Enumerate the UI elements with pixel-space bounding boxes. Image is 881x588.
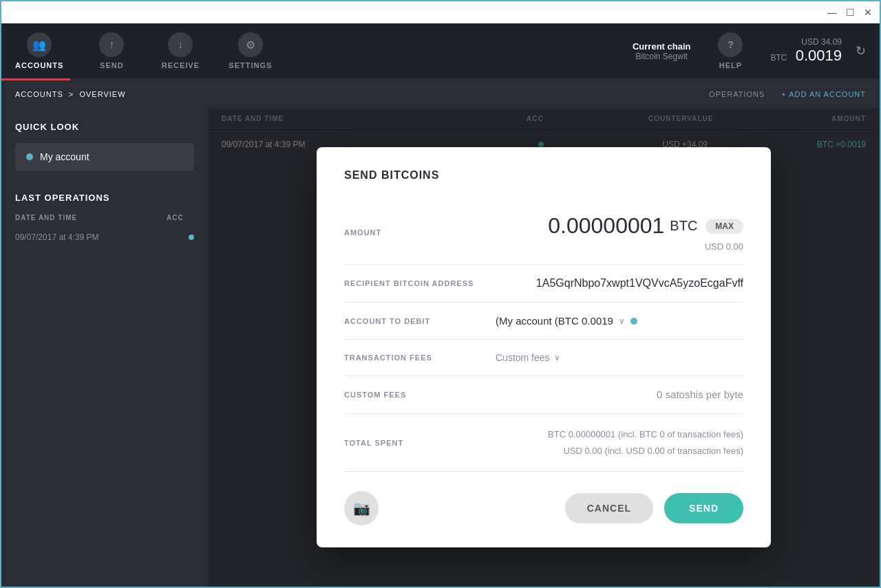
recipient-value-container: 1A5GqrNbpo7xwpt1VQVvcA5yzoEcgaFvff xyxy=(496,277,743,290)
nav-send[interactable]: ↑ SEND xyxy=(91,32,132,69)
nav-help[interactable]: ? HELP xyxy=(718,32,743,69)
custom-fees-label: CUSTOM FEES xyxy=(344,391,496,399)
account-debit-value-container: (My account (BTC 0.0019 ∨ xyxy=(496,315,743,327)
send-label: SEND xyxy=(100,61,124,69)
balance-display: USD 34.09 BTC 0.0019 xyxy=(770,37,842,65)
amount-usd: USD 0.00 xyxy=(705,241,743,252)
modal-overlay: SEND BITCOINS AMOUNT 0.00000001 BTC MAX … xyxy=(208,108,880,587)
chain-label: Current chain xyxy=(633,41,691,52)
minimize-button[interactable]: — xyxy=(826,6,838,19)
max-button[interactable]: MAX xyxy=(705,219,743,234)
camera-icon: 📷 xyxy=(353,500,370,516)
breadcrumb: ACCOUNTS > OVERVIEW xyxy=(15,90,126,98)
dialog-title: SEND BITCOINS xyxy=(344,169,743,182)
account-select[interactable]: (My account (BTC 0.0019 ∨ xyxy=(496,315,743,327)
recipient-row: RECIPIENT BITCOIN ADDRESS 1A5GqrNbpo7xwp… xyxy=(344,265,743,303)
total-spent-row: TOTAL SPENT BTC 0.00000001 (incl. BTC 0 … xyxy=(344,414,743,472)
close-button[interactable]: ✕ xyxy=(862,6,874,19)
account-select-text: (My account (BTC 0.0019 xyxy=(496,315,613,327)
main-content: QUICK LOOK My account LAST OPERATIONS DA… xyxy=(1,108,880,587)
footer-actions: CANCEL SEND xyxy=(565,493,743,523)
fees-row: TRANSACTION FEES Custom fees ∨ xyxy=(344,340,743,376)
settings-icon: ⚙ xyxy=(238,32,263,57)
sidebar-account-item[interactable]: My account xyxy=(15,143,194,171)
fees-select[interactable]: Custom fees ∨ xyxy=(496,352,743,363)
last-ops-title: LAST OPERATIONS xyxy=(15,193,194,203)
chain-name: Bitcoin Segwit xyxy=(636,52,688,61)
fees-select-text: Custom fees xyxy=(496,352,550,363)
settings-label: SETTINGS xyxy=(229,61,272,69)
fees-value-container: Custom fees ∨ xyxy=(496,352,743,363)
amount-value-container: 0.00000001 BTC MAX USD 0.00 xyxy=(496,213,743,252)
sidebar-account-name: My account xyxy=(40,151,89,162)
quick-look-title: QUICK LOOK xyxy=(15,122,194,132)
ops-row-dot xyxy=(189,235,194,240)
help-icon: ? xyxy=(718,32,743,57)
ops-row: 09/07/2017 at 4:39 PM xyxy=(15,227,194,248)
title-bar: — ☐ ✕ xyxy=(1,1,880,23)
receive-label: RECEIVE xyxy=(162,61,200,69)
app-window: — ☐ ✕ 👥 ACCOUNTS ↑ SEND ↓ RECEIVE ⚙ SETT… xyxy=(0,0,881,588)
send-button[interactable]: SEND xyxy=(664,493,743,523)
breadcrumb-actions: OPERATIONS + ADD AN ACCOUNT xyxy=(709,90,866,98)
ops-header: DATE AND TIME ACC xyxy=(15,214,194,221)
accounts-icon: 👥 xyxy=(27,32,52,57)
dialog-footer: 📷 CANCEL SEND xyxy=(344,491,743,525)
nav-receive[interactable]: ↓ RECEIVE xyxy=(160,32,201,69)
nav-items: 👥 ACCOUNTS ↑ SEND ↓ RECEIVE ⚙ SETTINGS xyxy=(15,32,272,69)
total-spent-value-container: BTC 0.00000001 (incl. BTC 0 of transacti… xyxy=(496,426,743,459)
add-account-link[interactable]: + ADD AN ACCOUNT xyxy=(781,90,866,98)
custom-fees-value-container: 0 satoshis per byte xyxy=(496,389,743,401)
fees-label: TRANSACTION FEES xyxy=(344,353,496,362)
top-nav: 👥 ACCOUNTS ↑ SEND ↓ RECEIVE ⚙ SETTINGS C… xyxy=(1,23,880,78)
amount-value: 0.00000001 xyxy=(548,213,664,239)
refresh-button[interactable]: ↻ xyxy=(856,43,866,58)
send-bitcoins-dialog: SEND BITCOINS AMOUNT 0.00000001 BTC MAX … xyxy=(317,147,771,547)
amount-top: 0.00000001 BTC MAX xyxy=(548,213,743,239)
sidebar: QUICK LOOK My account LAST OPERATIONS DA… xyxy=(1,108,208,587)
operations-link[interactable]: OPERATIONS xyxy=(709,90,765,98)
maximize-button[interactable]: ☐ xyxy=(844,6,856,19)
help-label: HELP xyxy=(719,61,742,69)
total-spent-line2: USD 0.00 (incl. USD 0.00 of transaction … xyxy=(496,443,743,459)
send-icon: ↑ xyxy=(99,32,124,57)
account-chevron-icon: ∨ xyxy=(619,316,625,326)
account-status-dot xyxy=(26,153,33,160)
account-select-dot xyxy=(630,318,637,325)
amount-label: AMOUNT xyxy=(344,228,496,237)
ops-header-date: DATE AND TIME xyxy=(15,214,161,221)
right-area: DATE AND TIME ACC COUNTERVALUE AMOUNT 09… xyxy=(208,108,880,587)
amount-currency: BTC xyxy=(670,218,697,234)
ops-header-acc: ACC xyxy=(167,214,194,221)
receive-icon: ↓ xyxy=(168,32,193,57)
custom-fees-row: CUSTOM FEES 0 satoshis per byte xyxy=(344,376,743,414)
ops-row-date: 09/07/2017 at 4:39 PM xyxy=(15,232,183,242)
total-spent-label: TOTAL SPENT xyxy=(344,439,496,447)
account-debit-label: ACCOUNT TO DEBIT xyxy=(344,317,496,325)
chain-info: Current chain Bitcoin Segwit xyxy=(633,41,691,61)
fees-chevron-icon: ∨ xyxy=(554,353,560,362)
breadcrumb-bar: ACCOUNTS > OVERVIEW OPERATIONS + ADD AN … xyxy=(1,80,880,108)
amount-row: AMOUNT 0.00000001 BTC MAX USD 0.00 xyxy=(344,201,743,265)
btc-balance: BTC 0.0019 xyxy=(770,47,842,65)
total-spent-line1: BTC 0.00000001 (incl. BTC 0 of transacti… xyxy=(496,426,743,442)
nav-settings[interactable]: ⚙ SETTINGS xyxy=(229,32,272,69)
custom-fees-value: 0 satoshis per byte xyxy=(657,389,743,400)
cancel-button[interactable]: CANCEL xyxy=(565,493,653,523)
recipient-label: RECIPIENT BITCOIN ADDRESS xyxy=(344,279,496,287)
nav-accounts[interactable]: 👥 ACCOUNTS xyxy=(15,32,63,69)
accounts-label: ACCOUNTS xyxy=(15,61,63,69)
account-debit-row: ACCOUNT TO DEBIT (My account (BTC 0.0019… xyxy=(344,303,743,340)
recipient-address: 1A5GqrNbpo7xwpt1VQVvcA5yzoEcgaFvff xyxy=(536,277,743,289)
usd-balance: USD 34.09 xyxy=(801,37,842,47)
camera-button[interactable]: 📷 xyxy=(344,491,379,525)
